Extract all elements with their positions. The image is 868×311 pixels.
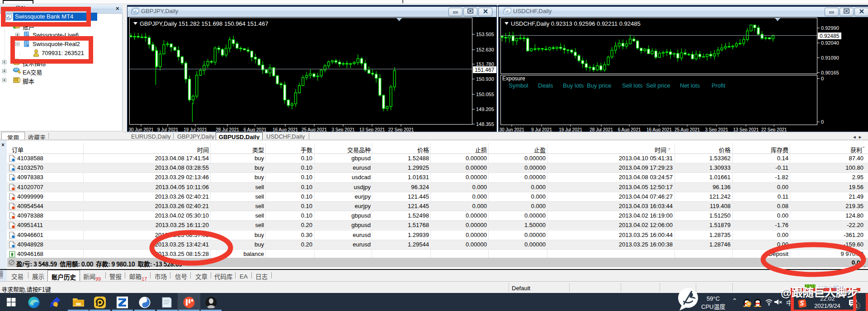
svg-text:16 Aug 2021: 16 Aug 2021	[273, 127, 298, 131]
svg-text:Sell price: Sell price	[646, 82, 670, 89]
svg-text:Sell lots: Sell lots	[622, 82, 643, 89]
svg-text:153.505: 153.505	[476, 32, 494, 37]
svg-text:25 Aug 2021: 25 Aug 2021	[302, 127, 327, 131]
svg-text:13 Sep 2021: 13 Sep 2021	[733, 127, 759, 131]
svg-text:148.355: 148.355	[476, 121, 494, 127]
svg-text:3 Sep 2021: 3 Sep 2021	[705, 127, 728, 131]
svg-text:3 Sep 2021: 3 Sep 2021	[331, 127, 355, 131]
svg-text:30 Jun 2021: 30 Jun 2021	[499, 127, 524, 131]
svg-text:Net lots: Net lots	[680, 82, 700, 89]
svg-text:16 Aug 2021: 16 Aug 2021	[646, 127, 672, 131]
svg-text:19 Jul 2021: 19 Jul 2021	[559, 127, 582, 131]
svg-text:Exposure: Exposure	[502, 75, 525, 82]
svg-text:Deals: Deals	[538, 82, 553, 89]
svg-text:151.467: 151.467	[475, 67, 495, 73]
svg-text:22 Sep 2021: 22 Sep 2021	[761, 127, 787, 131]
svg-text:0.91090: 0.91090	[821, 55, 839, 60]
svg-text:USDCHF,Daily 0.92313 0.92596: USDCHF,Daily 0.92313 0.92596 0.92211 0.9…	[511, 20, 641, 27]
svg-text:9 Jul 2021: 9 Jul 2021	[157, 127, 179, 131]
svg-text:6 Aug 2021: 6 Aug 2021	[244, 127, 267, 131]
svg-text:22 Sep 2021: 22 Sep 2021	[388, 127, 414, 131]
svg-text:30 Jun 2021: 30 Jun 2021	[128, 127, 153, 131]
svg-text:0: 0	[821, 119, 824, 125]
svg-text:GBPJPY,Daily 151.282 151.698: GBPJPY,Daily 151.282 151.698 150.964 151…	[140, 20, 269, 27]
svg-text:6 Aug 2021: 6 Aug 2021	[618, 127, 641, 131]
svg-text:152.630: 152.630	[476, 47, 494, 52]
svg-text:0.92040: 0.92040	[821, 40, 839, 46]
svg-text:Buy lots: Buy lots	[563, 82, 584, 89]
svg-text:19 Jul 2021: 19 Jul 2021	[184, 127, 207, 131]
svg-text:25 Aug 2021: 25 Aug 2021	[675, 127, 700, 131]
svg-text:0.90165: 0.90165	[821, 70, 839, 75]
svg-text:28 Jul 2021: 28 Jul 2021	[216, 127, 239, 131]
svg-text:Symbol: Symbol	[509, 82, 528, 89]
svg-text:149.205: 149.205	[476, 107, 494, 112]
svg-text:151.780: 151.780	[476, 61, 494, 67]
svg-text:0.92485: 0.92485	[820, 33, 840, 39]
svg-text:150.055: 150.055	[476, 92, 494, 97]
svg-text:Profit: Profit	[712, 82, 726, 89]
svg-text:0.92990: 0.92990	[821, 25, 839, 31]
svg-text:150.930: 150.930	[476, 76, 494, 82]
svg-text:Buy price: Buy price	[587, 82, 611, 89]
svg-text:13 Sep 2021: 13 Sep 2021	[359, 127, 385, 131]
svg-text:0: 0	[821, 76, 824, 81]
svg-text:28 Jul 2021: 28 Jul 2021	[590, 127, 613, 131]
svg-text:9 Jul 2021: 9 Jul 2021	[531, 127, 552, 131]
